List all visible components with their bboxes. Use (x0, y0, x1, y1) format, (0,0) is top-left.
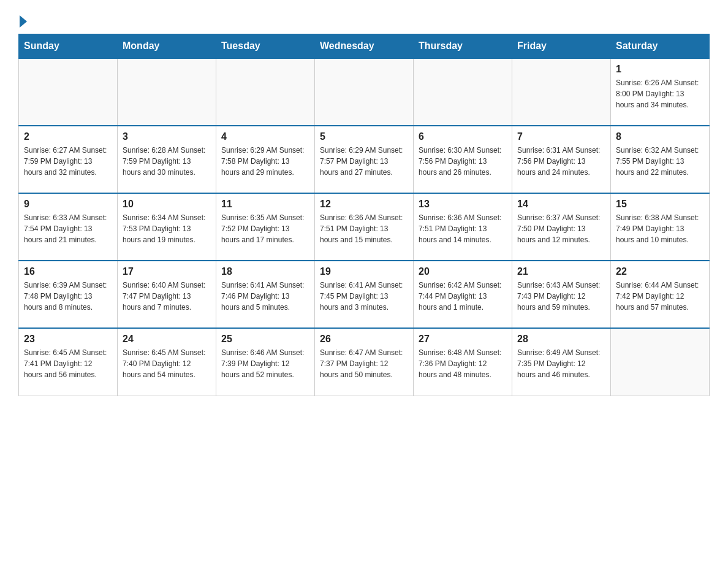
day-info: Sunrise: 6:27 AM Sunset: 7:59 PM Dayligh… (24, 145, 112, 178)
day-number: 26 (320, 334, 408, 345)
calendar-table: SundayMondayTuesdayWednesdayThursdayFrid… (18, 34, 710, 396)
day-number: 28 (517, 334, 605, 345)
weekday-header-row: SundayMondayTuesdayWednesdayThursdayFrid… (19, 34, 710, 59)
day-info: Sunrise: 6:35 AM Sunset: 7:52 PM Dayligh… (221, 212, 309, 245)
day-info: Sunrise: 6:31 AM Sunset: 7:56 PM Dayligh… (517, 145, 605, 178)
day-info: Sunrise: 6:48 AM Sunset: 7:36 PM Dayligh… (419, 347, 507, 380)
calendar-cell: 13Sunrise: 6:36 AM Sunset: 7:51 PM Dayli… (414, 193, 512, 261)
calendar-cell (118, 58, 216, 126)
logo-arrow-icon (20, 15, 27, 28)
logo (18, 12, 28, 28)
day-info: Sunrise: 6:36 AM Sunset: 7:51 PM Dayligh… (419, 212, 507, 245)
day-number: 7 (517, 131, 605, 142)
calendar-cell: 9Sunrise: 6:33 AM Sunset: 7:54 PM Daylig… (19, 193, 118, 261)
day-info: Sunrise: 6:44 AM Sunset: 7:42 PM Dayligh… (616, 280, 704, 313)
calendar-cell: 22Sunrise: 6:44 AM Sunset: 7:42 PM Dayli… (611, 261, 710, 328)
day-info: Sunrise: 6:34 AM Sunset: 7:53 PM Dayligh… (123, 212, 211, 245)
day-number: 10 (123, 199, 211, 210)
calendar-cell: 18Sunrise: 6:41 AM Sunset: 7:46 PM Dayli… (216, 261, 315, 328)
day-number: 12 (320, 199, 408, 210)
calendar-cell: 16Sunrise: 6:39 AM Sunset: 7:48 PM Dayli… (19, 261, 118, 328)
day-number: 25 (221, 334, 309, 345)
calendar-week-1: 1Sunrise: 6:26 AM Sunset: 8:00 PM Daylig… (19, 58, 710, 126)
weekday-header-tuesday: Tuesday (216, 34, 315, 59)
calendar-week-5: 23Sunrise: 6:45 AM Sunset: 7:41 PM Dayli… (19, 328, 710, 396)
day-info: Sunrise: 6:41 AM Sunset: 7:45 PM Dayligh… (320, 280, 408, 313)
calendar-cell: 25Sunrise: 6:46 AM Sunset: 7:39 PM Dayli… (216, 328, 315, 396)
day-info: Sunrise: 6:29 AM Sunset: 7:58 PM Dayligh… (221, 145, 309, 178)
day-info: Sunrise: 6:43 AM Sunset: 7:43 PM Dayligh… (517, 280, 605, 313)
day-info: Sunrise: 6:47 AM Sunset: 7:37 PM Dayligh… (320, 347, 408, 380)
weekday-header-wednesday: Wednesday (315, 34, 414, 59)
calendar-cell: 10Sunrise: 6:34 AM Sunset: 7:53 PM Dayli… (118, 193, 216, 261)
day-number: 22 (616, 266, 704, 277)
day-number: 11 (221, 199, 309, 210)
calendar-week-3: 9Sunrise: 6:33 AM Sunset: 7:54 PM Daylig… (19, 193, 710, 261)
day-number: 23 (24, 334, 112, 345)
day-number: 16 (24, 266, 112, 277)
day-number: 20 (419, 266, 507, 277)
day-number: 18 (221, 266, 309, 277)
calendar-cell (19, 58, 118, 126)
calendar-cell: 24Sunrise: 6:45 AM Sunset: 7:40 PM Dayli… (118, 328, 216, 396)
day-info: Sunrise: 6:29 AM Sunset: 7:57 PM Dayligh… (320, 145, 408, 178)
calendar-cell: 4Sunrise: 6:29 AM Sunset: 7:58 PM Daylig… (216, 126, 315, 193)
day-info: Sunrise: 6:33 AM Sunset: 7:54 PM Dayligh… (24, 212, 112, 245)
day-number: 8 (616, 131, 704, 142)
calendar-week-2: 2Sunrise: 6:27 AM Sunset: 7:59 PM Daylig… (19, 126, 710, 193)
calendar-cell (216, 58, 315, 126)
day-info: Sunrise: 6:36 AM Sunset: 7:51 PM Dayligh… (320, 212, 408, 245)
calendar-cell: 19Sunrise: 6:41 AM Sunset: 7:45 PM Dayli… (315, 261, 414, 328)
day-number: 3 (123, 131, 211, 142)
calendar-cell: 2Sunrise: 6:27 AM Sunset: 7:59 PM Daylig… (19, 126, 118, 193)
calendar-cell: 20Sunrise: 6:42 AM Sunset: 7:44 PM Dayli… (414, 261, 512, 328)
day-number: 1 (616, 64, 704, 75)
day-number: 19 (320, 266, 408, 277)
calendar-cell (512, 58, 611, 126)
day-info: Sunrise: 6:49 AM Sunset: 7:35 PM Dayligh… (517, 347, 605, 380)
calendar-cell: 23Sunrise: 6:45 AM Sunset: 7:41 PM Dayli… (19, 328, 118, 396)
day-number: 21 (517, 266, 605, 277)
day-number: 13 (419, 199, 507, 210)
day-info: Sunrise: 6:39 AM Sunset: 7:48 PM Dayligh… (24, 280, 112, 313)
day-info: Sunrise: 6:46 AM Sunset: 7:39 PM Dayligh… (221, 347, 309, 380)
day-info: Sunrise: 6:38 AM Sunset: 7:49 PM Dayligh… (616, 212, 704, 245)
calendar-cell (611, 328, 710, 396)
calendar-cell: 3Sunrise: 6:28 AM Sunset: 7:59 PM Daylig… (118, 126, 216, 193)
day-number: 4 (221, 131, 309, 142)
calendar-cell: 7Sunrise: 6:31 AM Sunset: 7:56 PM Daylig… (512, 126, 611, 193)
day-number: 14 (517, 199, 605, 210)
calendar-cell: 14Sunrise: 6:37 AM Sunset: 7:50 PM Dayli… (512, 193, 611, 261)
day-info: Sunrise: 6:41 AM Sunset: 7:46 PM Dayligh… (221, 280, 309, 313)
day-info: Sunrise: 6:42 AM Sunset: 7:44 PM Dayligh… (419, 280, 507, 313)
day-number: 2 (24, 131, 112, 142)
day-info: Sunrise: 6:32 AM Sunset: 7:55 PM Dayligh… (616, 145, 704, 178)
calendar-cell: 11Sunrise: 6:35 AM Sunset: 7:52 PM Dayli… (216, 193, 315, 261)
weekday-header-thursday: Thursday (414, 34, 512, 59)
day-number: 24 (123, 334, 211, 345)
calendar-cell (315, 58, 414, 126)
day-number: 15 (616, 199, 704, 210)
day-number: 17 (123, 266, 211, 277)
day-info: Sunrise: 6:37 AM Sunset: 7:50 PM Dayligh… (517, 212, 605, 245)
weekday-header-sunday: Sunday (19, 34, 118, 59)
calendar-cell: 8Sunrise: 6:32 AM Sunset: 7:55 PM Daylig… (611, 126, 710, 193)
day-number: 6 (419, 131, 507, 142)
day-info: Sunrise: 6:40 AM Sunset: 7:47 PM Dayligh… (123, 280, 211, 313)
calendar-cell: 1Sunrise: 6:26 AM Sunset: 8:00 PM Daylig… (611, 58, 710, 126)
calendar-cell (414, 58, 512, 126)
calendar-cell: 12Sunrise: 6:36 AM Sunset: 7:51 PM Dayli… (315, 193, 414, 261)
weekday-header-saturday: Saturday (611, 34, 710, 59)
weekday-header-friday: Friday (512, 34, 611, 59)
day-info: Sunrise: 6:45 AM Sunset: 7:41 PM Dayligh… (24, 347, 112, 380)
day-number: 9 (24, 199, 112, 210)
day-info: Sunrise: 6:28 AM Sunset: 7:59 PM Dayligh… (123, 145, 211, 178)
day-number: 5 (320, 131, 408, 142)
calendar-cell: 26Sunrise: 6:47 AM Sunset: 7:37 PM Dayli… (315, 328, 414, 396)
page-header (18, 12, 710, 28)
day-info: Sunrise: 6:26 AM Sunset: 8:00 PM Dayligh… (616, 77, 704, 110)
calendar-cell: 21Sunrise: 6:43 AM Sunset: 7:43 PM Dayli… (512, 261, 611, 328)
calendar-week-4: 16Sunrise: 6:39 AM Sunset: 7:48 PM Dayli… (19, 261, 710, 328)
calendar-cell: 28Sunrise: 6:49 AM Sunset: 7:35 PM Dayli… (512, 328, 611, 396)
day-info: Sunrise: 6:45 AM Sunset: 7:40 PM Dayligh… (123, 347, 211, 380)
